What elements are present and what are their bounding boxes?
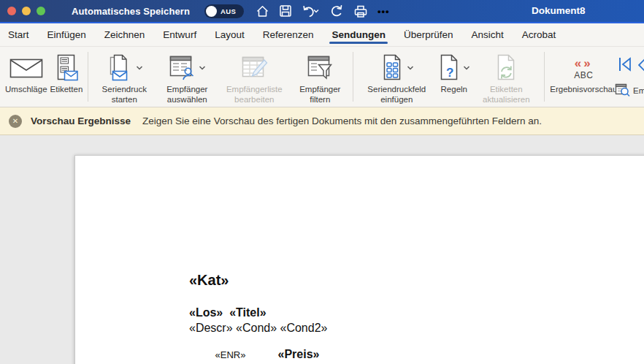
select-recipients-button[interactable]: Empfänger auswählen [158,51,216,105]
tab-start[interactable]: Start [7,25,30,46]
titlebar: Automatisches Speichern AUS [0,0,644,22]
insert-merge-field-icon [380,54,405,82]
rules-button[interactable]: ? Regeln [437,51,470,95]
merge-field-preis[interactable]: «Preis» [277,348,319,360]
save-button[interactable] [277,3,294,19]
tab-ueberpruefen[interactable]: Überprüfen [403,25,454,46]
chevron-down-icon [463,65,470,71]
update-labels-icon [494,51,518,85]
home-icon [256,4,269,18]
chevron-down-icon [136,65,143,71]
start-mail-merge-button[interactable]: Seriendruck starten [93,51,155,105]
tab-einfuegen[interactable]: Einfügen [47,25,87,46]
ribbon-button-label: Seriendruck starten [93,85,155,105]
tab-referenzen[interactable]: Referenzen [262,25,315,46]
ribbon-group-create: Umschläge Etiketten [0,47,88,107]
tab-sendungen[interactable]: Sendungen [331,25,386,46]
ribbon-group-start-merge: Seriendruck starten Empfänger auswählen [88,47,353,107]
find-recipient-icon [615,83,630,97]
redo-button[interactable] [328,2,345,20]
close-icon[interactable]: ✕ [9,115,22,128]
ribbon-button-label: Umschläge [5,85,47,95]
first-record-icon [616,56,634,73]
document-page[interactable]: «Kat» «Los» «Titel» «Descr» «Cond» «Cond… [74,155,644,364]
ribbon-group-write-fields: Seriendruckfeld einfügen ? Regeln Etiket [353,47,544,107]
ribbon-button-label: Empfängerliste bearbeiten [219,85,289,105]
zoom-window-button[interactable] [37,7,45,15]
ribbon-button-label: Empfänger auswählen [158,85,216,105]
redo-icon [329,4,344,18]
message-bar-title: Vorschau Ergebnisse [31,115,131,126]
tab-ansicht[interactable]: Ansicht [471,25,505,46]
labels-icon [54,51,79,85]
ribbon-group-records-clipped: Em [607,47,644,107]
chevron-down-icon [407,65,414,71]
chevron-down-icon [199,65,206,71]
start-mail-merge-icon [106,54,134,82]
ribbon-button-label: Seriendruckfeld einfügen [359,85,434,105]
minimize-window-button[interactable] [22,7,31,15]
edit-recipient-list-icon [238,51,270,85]
labels-button[interactable]: Etiketten [50,51,83,95]
filter-recipients-button[interactable]: Empfänger filtern [292,51,348,105]
ribbon-button-label: Etiketten [50,85,83,95]
tab-zeichnen[interactable]: Zeichnen [104,25,146,46]
save-icon [279,4,292,18]
ribbon: Umschläge Etiketten Se [0,47,644,107]
ribbon-button-label: Empfänger filtern [292,85,348,105]
tab-entwurf[interactable]: Entwurf [162,25,197,46]
tab-layout[interactable]: Layout [214,25,245,46]
edit-recipient-list-button: Empfängerliste bearbeiten [219,51,289,105]
quick-access-toolbar: ••• [254,2,391,20]
previous-record-icon[interactable] [638,57,644,73]
first-record-button[interactable] [616,56,634,73]
merge-field-descr-cond[interactable]: «Descr» «Cond» «Cond2» [189,322,327,335]
merge-field-los-titel[interactable]: «Los» «Titel» [189,306,267,319]
chevron-down-icon [313,8,320,14]
tab-sendungen-label: Sendungen [331,29,386,40]
rules-icon: ? [437,54,461,82]
more-icon: ••• [377,6,390,17]
home-button[interactable] [254,3,271,20]
merge-field-enr-preis-line: «ENR»«Preis» [189,335,319,364]
envelope-icon [9,51,43,85]
ribbon-tab-bar: Start Einfügen Zeichnen Entwurf Layout R… [0,23,644,47]
tab-acrobat[interactable]: Acrobat [521,25,557,46]
print-icon [353,4,368,18]
select-recipients-icon [169,54,196,82]
word-window: Automatisches Speichern AUS [0,0,644,364]
find-recipient-label-clipped: Em [633,86,644,95]
active-tab-underline [329,42,388,44]
insert-merge-field-button[interactable]: Seriendruckfeld einfügen [359,51,434,105]
traffic-lights [0,7,45,15]
print-button[interactable] [352,3,369,20]
merge-field-enr[interactable]: «ENR» [215,349,246,360]
autosave-state-label: AUS [221,7,236,15]
autosave-label: Automatisches Speichern [72,6,190,17]
toggle-knob-icon [206,6,217,17]
abc-glyph: ABC [574,71,593,80]
ribbon-button-label: Regeln [441,85,467,95]
svg-text:?: ? [446,66,453,80]
autosave-toggle[interactable]: AUS [204,4,244,18]
message-bar-text: Zeigen Sie eine Vorschau des fertigen Do… [142,115,542,126]
message-bar: ✕ Vorschau Ergebnisse Zeigen Sie eine Vo… [0,107,644,135]
close-window-button[interactable] [7,7,16,15]
guillemets-glyph: «» [575,57,593,69]
update-labels-button: Etiketten aktualisieren [473,51,539,105]
preview-results-icon: «» ABC [574,51,593,85]
undo-button[interactable] [300,3,321,20]
more-commands-button[interactable]: ••• [376,4,391,18]
document-area: «Kat» «Los» «Titel» «Descr» «Cond» «Cond… [0,135,644,364]
find-recipient-button[interactable]: Em [615,83,644,97]
envelopes-button[interactable]: Umschläge [5,51,47,95]
merge-field-kat[interactable]: «Kat» [189,272,229,289]
ribbon-button-label: Etiketten aktualisieren [473,85,539,105]
window-title: Dokument8 [532,5,586,16]
filter-recipients-icon [305,51,334,85]
